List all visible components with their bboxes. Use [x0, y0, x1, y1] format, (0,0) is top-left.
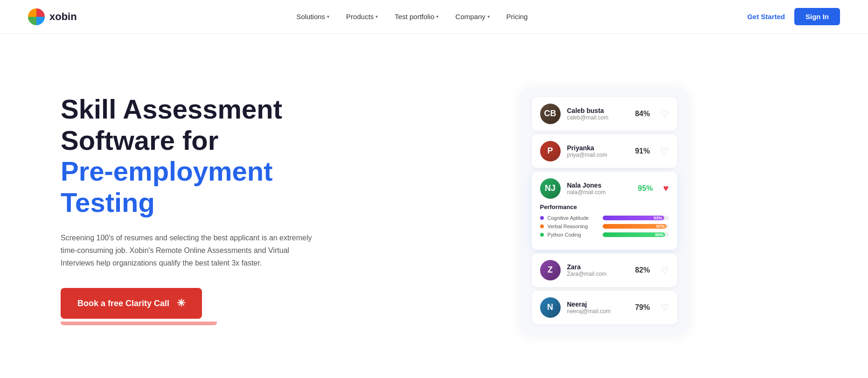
logo-text: xobin — [49, 11, 77, 23]
logo-icon — [28, 8, 45, 25]
performance-section: Performance Cognitive Aptitude 93% — [540, 199, 669, 243]
heart-icon-neeraj[interactable]: ♡ — [660, 302, 669, 313]
hero-section: Skill Assessment Software for Pre-employ… — [0, 34, 868, 378]
perf-row-verbal: Verbal Reasoning 97% — [540, 224, 669, 229]
hero-visual: CB Caleb busta caleb@mail.com 84% ♡ P Pr… — [340, 88, 840, 334]
candidate-info-zara: Zara Zara@mail.com — [567, 263, 623, 277]
sign-in-button[interactable]: Sign In — [794, 8, 840, 25]
navbar: xobin Solutions ▾ Products ▾ Test portfo… — [0, 0, 868, 34]
nav-company[interactable]: Company ▾ — [455, 13, 489, 21]
cta-button-shadow — [61, 322, 217, 325]
avatar-neeraj: N — [540, 297, 561, 318]
chevron-down-icon: ▾ — [487, 14, 490, 19]
logo[interactable]: xobin — [28, 8, 77, 25]
hero-content: Skill Assessment Software for Pre-employ… — [61, 94, 340, 327]
perf-row-python: Python Coding 95% — [540, 232, 669, 238]
avatar-zara: Z — [540, 260, 561, 280]
nav-actions: Get Started Sign In — [747, 8, 840, 25]
candidate-card-caleb: CB Caleb busta caleb@mail.com 84% ♡ — [532, 97, 677, 131]
perf-bar-cognitive-bg: 93% — [603, 216, 669, 220]
sparkle-icon: ✳ — [177, 297, 185, 309]
perf-dot-cognitive — [540, 216, 544, 220]
candidates-panel: CB Caleb busta caleb@mail.com 84% ♡ P Pr… — [521, 88, 688, 334]
heart-icon-zara[interactable]: ♡ — [660, 265, 669, 276]
clarity-call-button[interactable]: Book a free Clarity Call ✳ — [61, 288, 202, 319]
chevron-down-icon: ▾ — [436, 14, 438, 19]
chevron-down-icon: ▾ — [375, 14, 378, 19]
perf-dot-python — [540, 233, 544, 237]
heart-icon-priyanka[interactable]: ♡ — [660, 146, 669, 157]
candidate-info-neeraj: Neeraj neeraj@mail.com — [567, 301, 623, 315]
nav-pricing[interactable]: Pricing — [507, 13, 528, 21]
hero-title: Skill Assessment Software for Pre-employ… — [61, 94, 340, 218]
get-started-button[interactable]: Get Started — [747, 13, 785, 21]
perf-bar-python: 95% — [603, 232, 666, 237]
avatar-caleb: CB — [540, 104, 561, 124]
candidate-card-nala: NJ Nala Jones nala@mail.com 95% ♥ Perfor… — [532, 172, 677, 250]
heart-icon-caleb[interactable]: ♡ — [660, 108, 669, 119]
perf-dot-verbal — [540, 224, 544, 228]
perf-row-cognitive: Cognitive Aptitude 93% — [540, 215, 669, 221]
hero-description: Screening 100's of resumes and selecting… — [61, 231, 312, 270]
candidate-info-caleb: Caleb busta caleb@mail.com — [567, 107, 623, 121]
candidate-card-neeraj: N Neeraj neeraj@mail.com 79% ♡ — [532, 291, 677, 324]
candidate-card-zara: Z Zara Zara@mail.com 82% ♡ — [532, 253, 677, 287]
nav-links: Solutions ▾ Products ▾ Test portfolio ▾ … — [296, 13, 528, 21]
avatar-nala: NJ — [540, 178, 561, 199]
perf-bar-verbal-bg: 97% — [603, 224, 669, 229]
nav-test-portfolio[interactable]: Test portfolio ▾ — [395, 13, 438, 21]
candidate-info-nala: Nala Jones nala@mail.com — [567, 182, 626, 196]
heart-icon-nala[interactable]: ♥ — [663, 183, 669, 194]
chevron-down-icon: ▾ — [327, 14, 329, 19]
avatar-priyanka: P — [540, 141, 561, 161]
cta-wrapper: Book a free Clarity Call ✳ — [61, 288, 340, 327]
perf-bar-verbal: 97% — [603, 224, 667, 229]
candidate-info-priyanka: Priyanka priya@mail.com — [567, 144, 623, 158]
perf-bar-cognitive: 93% — [603, 216, 664, 220]
nav-products[interactable]: Products ▾ — [346, 13, 378, 21]
candidate-card-priyanka: P Priyanka priya@mail.com 91% ♡ — [532, 134, 677, 168]
perf-bar-python-bg: 95% — [603, 232, 669, 237]
nav-solutions[interactable]: Solutions ▾ — [296, 13, 329, 21]
